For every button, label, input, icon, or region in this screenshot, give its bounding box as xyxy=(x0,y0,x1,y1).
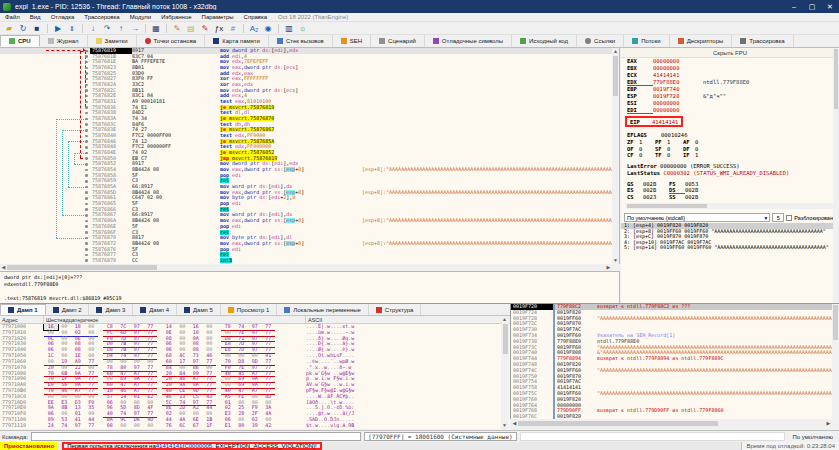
hex-byte[interactable]: 00 xyxy=(117,423,131,429)
tab-дескрипторы[interactable]: Дескрипторы xyxy=(670,35,733,47)
breakpoint-dot-icon[interactable] xyxy=(85,67,88,70)
hex-byte[interactable]: 80 xyxy=(235,423,249,429)
hex-byte[interactable]: 1F xyxy=(203,423,217,429)
open-file-icon[interactable]: ▰ xyxy=(3,23,15,34)
breakpoint-dot-icon[interactable] xyxy=(85,101,88,104)
breakpoint-dot-icon[interactable] xyxy=(85,169,88,172)
default-dropdown[interactable]: По умолчанию xyxy=(788,434,837,440)
breakpoint-dot-icon[interactable] xyxy=(85,203,88,206)
breakpoint-dot-icon[interactable] xyxy=(85,106,88,109)
dump-tab-просмотр-1[interactable]: Просмотр 1 xyxy=(221,304,277,315)
scroll-down-icon[interactable]: ▼ xyxy=(612,257,619,264)
register-row[interactable]: ESP0019F720&"д"ч"" xyxy=(621,93,839,100)
eip-register-highlight[interactable]: EIP41414141 xyxy=(625,116,683,127)
hex-byte[interactable]: 67 xyxy=(189,423,203,429)
dump-row[interactable]: 779711102474977708000000766C671FE1803942… xyxy=(0,423,510,429)
hex-byte[interactable]: 74 xyxy=(58,423,72,429)
disasm-row[interactable]: 75876878CCint3 xyxy=(0,258,619,264)
breakpoint-dot-icon[interactable] xyxy=(85,135,88,138)
breakpoint-dot-icon[interactable] xyxy=(85,186,88,189)
restart-icon[interactable]: ↻ xyxy=(17,23,29,34)
hex-byte[interactable]: E1 xyxy=(221,423,235,429)
menu-вид[interactable]: Вид xyxy=(25,13,46,22)
dump-tab-дамп-2[interactable]: Дамп 2 xyxy=(46,304,90,315)
hex-byte[interactable]: 00 xyxy=(144,423,158,429)
dump-tab-локальные-переменные[interactable]: Локальные переменные xyxy=(277,304,369,315)
unlocked-checkbox[interactable] xyxy=(786,215,792,221)
minimize-button[interactable]: – xyxy=(785,0,803,13)
hex-byte[interactable]: 42 xyxy=(262,423,276,429)
stack-vertical-scrollbar[interactable] xyxy=(832,304,839,419)
pencil-icon[interactable]: ✎ xyxy=(171,23,183,34)
register-row[interactable]: EAX00000000 xyxy=(621,58,839,65)
hex-byte[interactable]: 6C xyxy=(176,423,190,429)
breakpoint-dot-icon[interactable] xyxy=(85,163,88,166)
tab-ссылки[interactable]: Ссылки xyxy=(577,35,624,47)
run-to-cursor-icon[interactable]: → xyxy=(129,23,141,34)
dump-tab-дамп-4[interactable]: Дамп 4 xyxy=(133,304,177,315)
hex-byte[interactable]: 77 xyxy=(85,423,99,429)
menu-отладка[interactable]: Отладка xyxy=(46,13,80,22)
tab-стек-вызовов[interactable]: Стек вызовов xyxy=(269,35,333,47)
breakpoint-dot-icon[interactable] xyxy=(85,237,88,240)
register-row[interactable]: ECX41414141 xyxy=(621,72,839,79)
scroll-left-icon[interactable]: ◀ xyxy=(0,264,7,271)
tab-точки-останова[interactable]: Точки останова xyxy=(137,35,206,47)
breakpoint-dot-icon[interactable] xyxy=(85,140,88,143)
tab-отладочные-символы[interactable]: Отладочные символы xyxy=(425,35,512,47)
patch-icon[interactable]: ▦ xyxy=(150,23,162,34)
breakpoint-dot-icon[interactable] xyxy=(85,180,88,183)
hide-fpu-button[interactable]: Скрыть FPU xyxy=(621,48,839,58)
hex-byte[interactable]: 76 xyxy=(162,423,176,429)
breakpoint-dot-icon[interactable] xyxy=(85,112,88,115)
breakpoint-dot-icon[interactable] xyxy=(85,248,88,251)
menu-параметры[interactable]: Параметры xyxy=(197,13,239,22)
register-row[interactable]: EDX779F88E0ntdll.779F88E0 xyxy=(621,79,839,86)
dump-pane[interactable]: 7797100016001800C87C97771400160078749777… xyxy=(0,324,510,429)
dump-tab-дамп-5[interactable]: Дамп 5 xyxy=(177,304,221,315)
command-extra-field[interactable] xyxy=(520,432,786,441)
breakpoint-dot-icon[interactable] xyxy=(85,78,88,81)
breakpoint-dot-icon[interactable] xyxy=(85,123,88,126)
step-out-icon[interactable]: ↑ xyxy=(115,23,127,34)
scroll-up-icon[interactable]: ▲ xyxy=(612,48,619,55)
breakpoint-dot-icon[interactable] xyxy=(85,208,88,211)
label-icon[interactable]: ✎ xyxy=(199,23,211,34)
fx-icon[interactable]: ƒx xyxy=(213,23,225,34)
step-into-icon[interactable]: ↓ xyxy=(87,23,99,34)
tab-заметки[interactable]: Заметки xyxy=(88,35,137,47)
disassembly-pane[interactable]: 758768198917mov dword ptr ds:[edi],edx75… xyxy=(0,48,620,264)
dump-tab-дамп-3[interactable]: Дамп 3 xyxy=(89,304,133,315)
hex-byte[interactable]: 00 xyxy=(130,423,144,429)
menu-модули[interactable]: Модули xyxy=(125,13,157,22)
tab-исходный-код[interactable]: Исходный код xyxy=(512,35,577,47)
tab-карта-памяти[interactable]: Карта памяти xyxy=(205,35,269,47)
dump-scrollbar[interactable]: ▲ ▼ xyxy=(501,316,509,429)
breakpoint-dot-icon[interactable] xyxy=(85,254,88,257)
comment-icon[interactable]: ▤ xyxy=(185,23,197,34)
memory-icon[interactable]: ▥ xyxy=(283,23,295,34)
breakpoint-dot-icon[interactable] xyxy=(85,84,88,87)
tab-трассировка[interactable]: Трассировка xyxy=(732,35,793,47)
breakpoint-dot-icon[interactable] xyxy=(85,231,88,234)
breakpoint-dot-icon[interactable] xyxy=(85,61,88,64)
dump-tab-структура[interactable]: Структура xyxy=(369,304,421,315)
hex-byte[interactable]: 08 xyxy=(103,423,117,429)
menu-файл[interactable]: Файл xyxy=(0,13,25,22)
stack-horizontal-scrollbar[interactable]: ◀ ▶ xyxy=(511,419,832,427)
user-icon[interactable]: ◉ xyxy=(262,23,274,34)
stack-pane[interactable]: 0019F720779F88C2возврат к ntdll.779F88C2… xyxy=(510,303,839,419)
command-input[interactable] xyxy=(31,432,361,441)
scroll-right-icon[interactable]: ▶ xyxy=(605,264,612,271)
hash-icon[interactable]: # xyxy=(227,23,239,34)
bulb-icon[interactable]: ☼ xyxy=(297,23,309,34)
breakpoint-dot-icon[interactable] xyxy=(85,225,88,228)
dump-scroll-down-icon[interactable]: ▼ xyxy=(501,422,508,429)
tab-журнал[interactable]: Журнал xyxy=(40,35,88,47)
hex-byte[interactable]: 39 xyxy=(248,423,262,429)
register-row[interactable]: EBP0019F740 xyxy=(621,86,839,93)
step-over-icon[interactable]: ↷ xyxy=(101,23,113,34)
register-row[interactable]: EBX00000000 xyxy=(621,65,839,72)
font-icon[interactable]: A₂ xyxy=(248,23,260,34)
breakpoint-dot-icon[interactable] xyxy=(85,129,88,132)
